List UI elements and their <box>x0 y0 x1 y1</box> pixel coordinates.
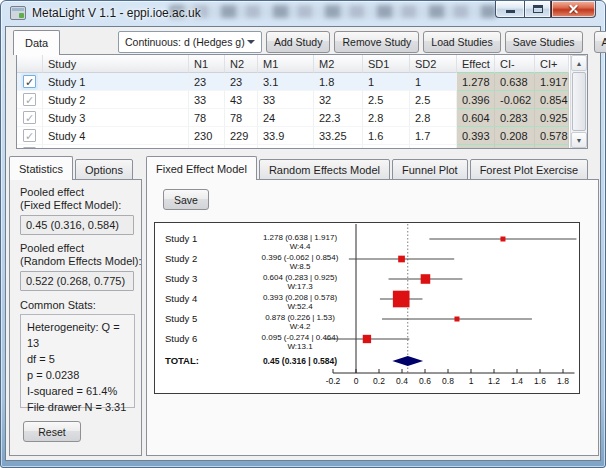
load-studies-button[interactable]: Load Studies <box>423 31 500 53</box>
table-row[interactable]: ✓Study 2334333322.52.50.396-0.0620.854 <box>17 91 587 109</box>
cell-m1[interactable]: 3.1 <box>258 73 314 91</box>
cell-n2[interactable] <box>225 145 258 149</box>
table-row[interactable]: ✓Study 123233.11.8111.2780.6381.917 <box>17 73 587 91</box>
cell-sd1[interactable]: 1 <box>363 73 410 91</box>
column-header-effect[interactable]: Effect <box>457 55 495 73</box>
effect-type-dropdown[interactable]: Continuous: d (Hedges g) <box>118 31 262 53</box>
tab-forest-plot-exercise[interactable]: Forest Plot Exercise <box>470 159 588 180</box>
tab-statistics[interactable]: Statistics <box>9 156 73 180</box>
cell-n1[interactable]: 78 <box>189 109 225 127</box>
study-checkbox[interactable]: ✓ <box>23 129 36 142</box>
cell-m2[interactable]: 1.8 <box>314 73 363 91</box>
checkbox-cell[interactable]: ✓ <box>17 127 43 145</box>
column-header-ci[interactable]: CI+ <box>535 55 569 73</box>
column-header-m1[interactable]: M1 <box>258 55 314 73</box>
cell-n2[interactable]: 43 <box>225 91 258 109</box>
column-header-n1[interactable]: N1 <box>189 55 225 73</box>
cell-ci[interactable]: 0.925 <box>535 109 569 127</box>
cell-sd1[interactable]: 2.8 <box>363 109 410 127</box>
cell-m1[interactable] <box>258 145 314 149</box>
study-checkbox[interactable]: ✓ <box>23 111 36 124</box>
study-checkbox[interactable]: ✓ <box>23 93 36 106</box>
cell-m1[interactable]: 33.9 <box>258 127 314 145</box>
cell-ci[interactable] <box>535 145 569 149</box>
cell-ci[interactable]: 0.578 <box>535 127 569 145</box>
cell-sd2[interactable]: 1.7 <box>410 127 457 145</box>
cell-m2[interactable] <box>314 145 363 149</box>
cell-sd1[interactable] <box>363 145 410 149</box>
reset-button[interactable]: Reset <box>23 421 81 442</box>
table-scrollbar[interactable]: ▲ ▼ <box>570 55 587 148</box>
cell-study[interactable]: Study 2 <box>43 91 189 109</box>
cell-m2[interactable]: 22.3 <box>314 109 363 127</box>
cell-effect[interactable]: 0.604 <box>457 109 495 127</box>
cell-sd2[interactable]: 2.8 <box>410 109 457 127</box>
pooled-random-value-field[interactable]: 0.522 (0.268, 0.775) <box>20 271 134 291</box>
minimize-button[interactable] <box>495 1 524 18</box>
save-button[interactable]: Save <box>163 189 209 210</box>
cell-effect[interactable]: 0.396 <box>457 91 495 109</box>
scroll-up-button[interactable]: ▲ <box>571 55 587 71</box>
table-row[interactable]: ✓Study 423022933.933.251.61.70.3930.2080… <box>17 127 587 145</box>
column-header-sd2[interactable]: SD2 <box>410 55 457 73</box>
cell-ci[interactable]: 0.208 <box>495 127 535 145</box>
cell-sd2[interactable] <box>410 145 457 149</box>
cell-effect[interactable]: 0.393 <box>457 127 495 145</box>
column-header-n2[interactable]: N2 <box>225 55 258 73</box>
cell-n2[interactable]: 229 <box>225 127 258 145</box>
cell-m1[interactable]: 33 <box>258 91 314 109</box>
cell-n1[interactable]: 33 <box>189 91 225 109</box>
tab-random-effects-model[interactable]: Random Effects Model <box>259 159 390 180</box>
close-button[interactable] <box>551 1 596 18</box>
cell-ci[interactable]: 0.854 <box>535 91 569 109</box>
checkbox-cell[interactable]: ✓ <box>17 145 43 149</box>
save-studies-button[interactable]: Save Studies <box>505 31 583 53</box>
study-checkbox[interactable]: ✓ <box>23 75 36 88</box>
column-header-m2[interactable]: M2 <box>314 55 363 73</box>
maximize-button[interactable] <box>524 1 551 18</box>
table-row[interactable]: ✓Study 378782422.32.82.80.6040.2830.925 <box>17 109 587 127</box>
cell-ci[interactable] <box>495 145 535 149</box>
cell-n1[interactable]: 23 <box>189 73 225 91</box>
tab-fixed-effect-model[interactable]: Fixed Effect Model <box>146 156 257 180</box>
column-header-checkbox[interactable] <box>17 55 43 73</box>
checkbox-cell[interactable]: ✓ <box>17 109 43 127</box>
scrollbar-thumb[interactable] <box>572 72 586 131</box>
cell-m1[interactable]: 24 <box>258 109 314 127</box>
checkbox-cell[interactable]: ✓ <box>17 91 43 109</box>
cell-ci[interactable]: -0.062 <box>495 91 535 109</box>
scroll-down-button[interactable]: ▼ <box>571 132 587 148</box>
cell-sd1[interactable]: 1.6 <box>363 127 410 145</box>
cell-ci[interactable]: 0.283 <box>495 109 535 127</box>
cell-study[interactable]: Study 4 <box>43 127 189 145</box>
cell-n1[interactable]: 230 <box>189 127 225 145</box>
column-header-ci[interactable]: CI- <box>495 55 535 73</box>
cell-m2[interactable]: 33.25 <box>314 127 363 145</box>
cell-study[interactable]: Study 1 <box>43 73 189 91</box>
titlebar[interactable]: MetaLight V 1.1 - eppi.ioe.ac.uk <box>1 1 605 26</box>
cell-n2[interactable]: 23 <box>225 73 258 91</box>
tab-data[interactable]: Data <box>13 30 60 55</box>
cell-ci[interactable]: 0.638 <box>495 73 535 91</box>
add-study-button[interactable]: Add Study <box>266 31 330 53</box>
cell-sd2[interactable]: 1 <box>410 73 457 91</box>
tab-options[interactable]: Options <box>75 159 133 180</box>
cell-ci[interactable]: 1.917 <box>535 73 569 91</box>
cell-n1[interactable] <box>189 145 225 149</box>
cell-effect[interactable]: 1.278 <box>457 73 495 91</box>
cell-sd1[interactable]: 2.5 <box>363 91 410 109</box>
cell-n2[interactable]: 78 <box>225 109 258 127</box>
about-button[interactable]: About <box>594 31 606 53</box>
cell-study[interactable]: Study 3 <box>43 109 189 127</box>
pooled-fixed-value-field[interactable]: 0.45 (0.316, 0.584) <box>20 215 134 235</box>
cell-sd2[interactable]: 2.5 <box>410 91 457 109</box>
study-checkbox[interactable]: ✓ <box>23 147 36 149</box>
table-row[interactable]: ✓ <box>17 145 587 149</box>
checkbox-cell[interactable]: ✓ <box>17 73 43 91</box>
tab-funnel-plot[interactable]: Funnel Plot <box>392 159 468 180</box>
cell-m2[interactable]: 32 <box>314 91 363 109</box>
remove-study-button[interactable]: Remove Study <box>334 31 419 53</box>
column-header-sd1[interactable]: SD1 <box>363 55 410 73</box>
cell-effect[interactable] <box>457 145 495 149</box>
cell-study[interactable] <box>43 145 189 149</box>
